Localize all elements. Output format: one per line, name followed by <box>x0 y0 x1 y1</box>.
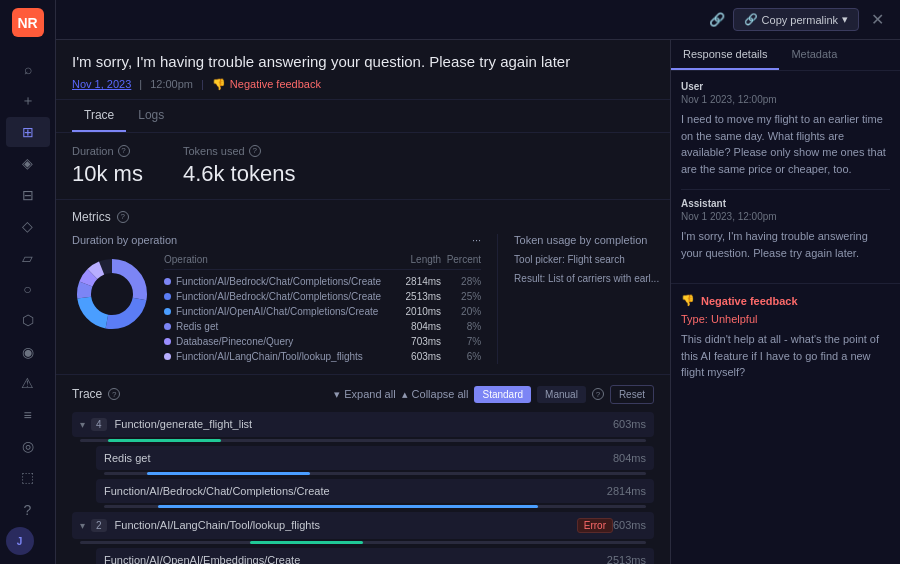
reset-button[interactable]: Reset <box>610 385 654 404</box>
left-panel: I'm sorry, I'm having trouble answering … <box>56 40 670 564</box>
trace-info-icon[interactable]: ? <box>108 388 120 400</box>
row-dot-3 <box>164 308 171 315</box>
duration-table: Operation Length Percent Function/AI/Bed… <box>164 254 481 364</box>
tab-trace[interactable]: Trace <box>72 100 126 132</box>
manual-mode-button[interactable]: Manual <box>537 386 586 403</box>
add-data-icon: ＋ <box>21 92 35 110</box>
expand-all-button[interactable]: ▾ Expand all <box>334 388 395 401</box>
stat-tokens: Tokens used ? 4.6k tokens <box>183 145 296 187</box>
sidebar-item-browser[interactable]: ○ <box>6 274 50 303</box>
metrics-info-icon[interactable]: ? <box>117 211 129 223</box>
dashboards-icon: ⊟ <box>22 187 34 203</box>
token-row-2: Result: List of carriers with earl... 1,… <box>514 273 670 284</box>
response-tabs: Response details Metadata <box>671 40 900 71</box>
trace-name-2: Function/AI/LangChain/Tool/lookup_flight… <box>115 519 569 531</box>
logs-icon: ≡ <box>23 407 31 423</box>
table-row: Function/AI/OpenAI/Chat/Completions/Crea… <box>164 304 481 319</box>
trace-sub-row-1a[interactable]: Redis get 804ms <box>96 446 654 470</box>
collapse-all-button[interactable]: ▴ Collapse all <box>402 388 469 401</box>
sidebar-item-dashboards[interactable]: ⊟ <box>6 180 50 209</box>
tabs: Trace Logs <box>56 100 670 133</box>
sidebar-item-query[interactable]: ⬚ <box>6 463 50 492</box>
meta-divider: | <box>201 78 204 90</box>
stat-duration-label: Duration ? <box>72 145 143 157</box>
chat-separator <box>681 189 890 190</box>
close-button[interactable]: ✕ <box>867 6 888 33</box>
sidebar-item-add-data[interactable]: ＋ <box>6 86 50 115</box>
chevron-up-icon: ▴ <box>402 388 408 401</box>
sidebar-item-hosts[interactable]: ⬡ <box>6 306 50 335</box>
trace-bar-1a <box>104 472 646 475</box>
sidebar-item-all-capabilities[interactable]: ⊞ <box>6 117 50 146</box>
feedback-text: This didn't help at all - what's the poi… <box>681 331 890 381</box>
trace-duration-1: 603ms <box>613 418 646 430</box>
standard-mode-button[interactable]: Standard <box>474 386 531 403</box>
chat-message-user: I need to move my flight to an earlier t… <box>681 111 890 177</box>
duration-chart-header: Duration by operation ··· <box>72 234 481 246</box>
tab-response-details[interactable]: Response details <box>671 40 779 70</box>
duration-info-icon[interactable]: ? <box>118 145 130 157</box>
expand-icon-2[interactable]: ▾ <box>80 520 85 531</box>
row-dot-4 <box>164 323 171 330</box>
trace-row-1[interactable]: ▾ 4 Function/generate_flight_list 603ms <box>72 412 654 437</box>
query-icon: ⬚ <box>21 469 34 485</box>
tokens-info-icon[interactable]: ? <box>249 145 261 157</box>
trace-mode-info-icon[interactable]: ? <box>592 388 604 400</box>
table-row: Database/Pinecone/Query 703ms 7% <box>164 334 481 349</box>
trace-bar-fill-1 <box>108 439 221 442</box>
sidebar-item-synthetics[interactable]: ◎ <box>6 431 50 460</box>
more-icon[interactable]: ··· <box>472 234 481 246</box>
sidebar-item-apm[interactable]: ◇ <box>6 211 50 240</box>
trace-bar-fill-1a <box>147 472 310 475</box>
all-entities-icon: ◈ <box>22 155 33 171</box>
sidebar-item-logs[interactable]: ≡ <box>6 400 50 429</box>
detail-split: I'm sorry, I'm having trouble answering … <box>56 40 900 564</box>
quick-find-icon: ⌕ <box>24 61 32 77</box>
token-chart-header: Token usage by completion ··· <box>514 234 670 246</box>
app-logo: NR <box>12 8 44 37</box>
meta-date[interactable]: Nov 1, 2023 <box>72 78 131 90</box>
copy-permalink-button[interactable]: 🔗 Copy permalink ▾ <box>733 8 859 31</box>
chat-role-user: User <box>681 81 890 92</box>
token-chart: Token usage by completion ··· Tool picke… <box>498 234 670 364</box>
chat-time-user: Nov 1 2023, 12:00pm <box>681 94 890 105</box>
table-row: Function/AI/Bedrock/Chat/Completions/Cre… <box>164 274 481 289</box>
sidebar: NR ⌕ ＋ ⊞ ◈ ⊟ ◇ ▱ ○ ⬡ ◉ ⚠ <box>0 0 56 564</box>
sidebar-item-errors[interactable]: ⚠ <box>6 368 50 397</box>
token-row-1: Tool picker: Flight search 2,752 tokens <box>514 254 670 265</box>
trace-controls: ▾ Expand all ▴ Collapse all Standard Man… <box>334 385 654 404</box>
trace-sub-item-2a: Function/AI/OpenAI/Embeddings/Create 251… <box>96 548 654 565</box>
sidebar-item-quick-find[interactable]: ⌕ <box>6 54 50 83</box>
trace-sub-item-1a: Redis get 804ms <box>96 446 654 475</box>
feedback-section: 👎 Negative feedback Type: Unhelpful This… <box>671 283 900 391</box>
trace-sub-row-2a[interactable]: Function/AI/OpenAI/Embeddings/Create 251… <box>96 548 654 565</box>
link-icon: 🔗 <box>744 13 758 26</box>
sidebar-item-all-entities[interactable]: ◈ <box>6 149 50 178</box>
chevron-down-icon: ▾ <box>334 388 340 401</box>
sidebar-item-help[interactable]: ? <box>6 494 50 526</box>
stat-tokens-label: Tokens used ? <box>183 145 296 157</box>
trace-row-2[interactable]: ▾ 2 Function/AI/LangChain/Tool/lookup_fl… <box>72 512 654 539</box>
tab-logs[interactable]: Logs <box>126 100 176 132</box>
sidebar-item-user[interactable]: J <box>6 527 34 555</box>
apm-icon: ◇ <box>22 218 33 234</box>
expand-icon-1[interactable]: ▾ <box>80 419 85 430</box>
hosts-icon: ⬡ <box>22 312 34 328</box>
chat-time-assistant: Nov 1 2023, 12:00pm <box>681 211 890 222</box>
main-content: 🔗 🔗 Copy permalink ▾ ✕ I'm sorry, I'm ha… <box>56 0 900 564</box>
trace-sub-row-1b[interactable]: Function/AI/Bedrock/Chat/Completions/Cre… <box>96 479 654 503</box>
feedback-icon: 🔗 <box>709 12 725 27</box>
stats-row: Duration ? 10k ms Tokens used ? 4.6k tok… <box>56 133 670 200</box>
trace-item-2: ▾ 2 Function/AI/LangChain/Tool/lookup_fl… <box>72 512 654 565</box>
mobile-icon: ▱ <box>22 250 33 266</box>
sidebar-item-mobile[interactable]: ▱ <box>6 243 50 272</box>
sidebar-item-detection[interactable]: ◉ <box>6 337 50 366</box>
page-title: I'm sorry, I'm having trouble answering … <box>72 52 654 72</box>
chat-message-assistant: I'm sorry, I'm having trouble answering … <box>681 228 890 261</box>
tab-metadata[interactable]: Metadata <box>779 40 849 70</box>
feedback-type: Type: Unhelpful <box>681 313 890 325</box>
chat-role-assistant: Assistant <box>681 198 890 209</box>
meta-feedback: 👎 Negative feedback <box>212 78 321 91</box>
trace-duration-2: 603ms <box>613 519 646 531</box>
top-bar-right: 🔗 🔗 Copy permalink ▾ ✕ <box>709 6 888 33</box>
